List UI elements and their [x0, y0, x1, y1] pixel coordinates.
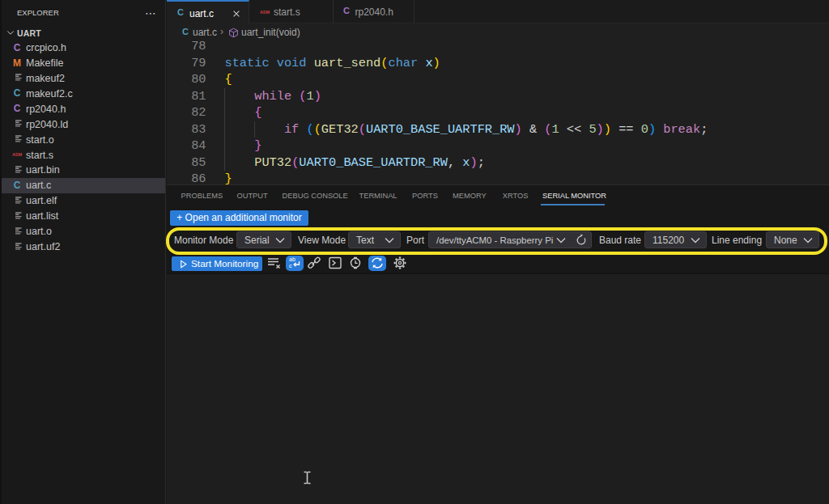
svg-text:c: c	[289, 263, 292, 269]
svg-text:ab: ab	[289, 256, 295, 262]
